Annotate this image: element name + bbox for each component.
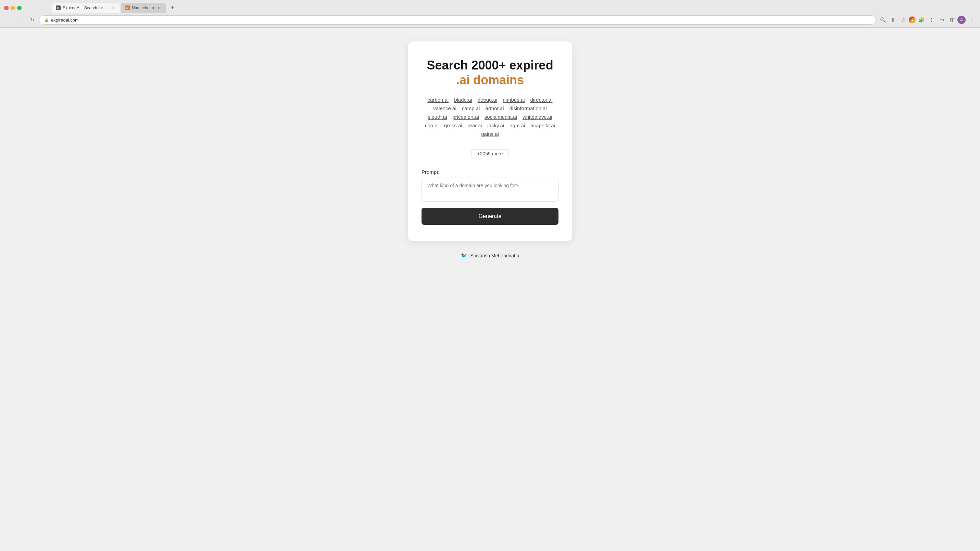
- prompt-input[interactable]: [422, 178, 558, 202]
- domain-link[interactable]: acapella.ai: [530, 122, 555, 129]
- tab-namecheap[interactable]: N Namecheap ×: [121, 3, 166, 13]
- domain-link[interactable]: coo.ai: [425, 122, 439, 129]
- domain-link[interactable]: debug.ai: [478, 97, 498, 103]
- minimize-button[interactable]: [11, 6, 15, 10]
- tabs-bar: E ExpiredAI - Search through ex… × N Nam…: [24, 3, 205, 13]
- domain-link[interactable]: blade.ai: [454, 97, 472, 103]
- domain-link[interactable]: agm.ai: [509, 122, 525, 129]
- tab-expiredai[interactable]: E ExpiredAI - Search through ex… ×: [52, 3, 120, 13]
- domain-link[interactable]: valence.ai: [433, 105, 457, 111]
- close-button[interactable]: [4, 6, 9, 10]
- domain-link[interactable]: nimbus.ai: [503, 97, 525, 103]
- domain-link[interactable]: whiteglove.ai: [523, 114, 552, 120]
- domain-link[interactable]: gross.ai: [444, 122, 462, 129]
- domain-link[interactable]: camp.ai: [462, 105, 480, 111]
- tab-expiredai-title: ExpiredAI - Search through ex…: [63, 5, 108, 10]
- tab-namecheap-close[interactable]: ×: [156, 5, 162, 11]
- puzzle-icon[interactable]: 🧩: [916, 15, 926, 25]
- address-bar: ← → ↻ 🔒 expiredai.com 🔍 ⬆ ☆ ● 🧩 ⋮ ▭ ▥ A …: [0, 13, 980, 27]
- more-icon[interactable]: ⋮: [966, 15, 976, 25]
- domain-link[interactable]: gains.ai: [481, 131, 499, 137]
- main-card: Search 2000+ expired .ai domains carbon.…: [408, 41, 572, 241]
- expiredai-favicon: E: [56, 5, 60, 10]
- domain-link[interactable]: armor.ai: [485, 105, 504, 111]
- title-bar: E ExpiredAI - Search through ex… × N Nam…: [0, 0, 980, 13]
- generate-button[interactable]: Generate: [422, 208, 558, 225]
- footer-twitter-link[interactable]: Shivansh Mehendiratta: [470, 253, 519, 259]
- title-line2: .ai domains: [422, 73, 558, 87]
- new-tab-button[interactable]: +: [168, 3, 177, 13]
- prompt-section: Prompt: Generate: [422, 169, 558, 225]
- tab-namecheap-title: Namecheap: [132, 5, 154, 10]
- more-badge[interactable]: +2055 more: [471, 149, 509, 158]
- toolbar-icons: 🔍 ⬆ ☆ ● 🧩 ⋮ ▭ ▥ A ⋮: [878, 15, 976, 25]
- title-line1: Search 2000+ expired: [426, 58, 553, 72]
- twitter-icon: 🐦: [461, 252, 468, 259]
- bookmark-icon[interactable]: ☆: [899, 15, 908, 25]
- domain-link[interactable]: pricealert.ai: [452, 114, 479, 120]
- prompt-label: Prompt:: [422, 169, 558, 175]
- back-button[interactable]: ←: [4, 15, 14, 25]
- share-icon[interactable]: ⬆: [888, 15, 898, 25]
- profile-icon[interactable]: A: [958, 16, 966, 24]
- cast-icon[interactable]: ▭: [937, 15, 947, 25]
- domain-link[interactable]: socialmedia.ai: [485, 114, 517, 120]
- traffic-lights: [4, 6, 22, 10]
- lock-icon: 🔒: [44, 18, 49, 22]
- url-text: expiredai.com: [51, 17, 871, 22]
- domain-link[interactable]: sleuth.ai: [428, 114, 447, 120]
- domain-link[interactable]: director.ai: [530, 97, 552, 103]
- url-bar[interactable]: 🔒 expiredai.com: [39, 15, 876, 25]
- search-icon[interactable]: 🔍: [878, 15, 888, 25]
- extensions-icon[interactable]: ⋮: [927, 15, 936, 25]
- page-content: Search 2000+ expired .ai domains carbon.…: [0, 28, 980, 551]
- sidebar-icon[interactable]: ▥: [947, 15, 957, 25]
- extension-colorful-icon[interactable]: ●: [909, 16, 916, 23]
- domain-link[interactable]: rear.ai: [468, 122, 482, 129]
- reload-button[interactable]: ↻: [27, 15, 37, 25]
- footer: 🐦 Shivansh Mehendiratta: [461, 252, 519, 259]
- maximize-button[interactable]: [17, 6, 22, 10]
- forward-button[interactable]: →: [16, 15, 25, 25]
- domain-link[interactable]: carbon.ai: [427, 97, 449, 103]
- domain-link[interactable]: disinformation.ai: [509, 105, 547, 111]
- namecheap-favicon: N: [125, 5, 130, 10]
- browser-chrome: E ExpiredAI - Search through ex… × N Nam…: [0, 0, 980, 28]
- page-title: Search 2000+ expired .ai domains: [422, 58, 558, 87]
- domains-cloud: carbon.ai blade.ai debug.ai nimbus.ai di…: [422, 97, 558, 137]
- domain-link[interactable]: jacky.ai: [487, 122, 504, 129]
- tab-expiredai-close[interactable]: ×: [111, 5, 116, 11]
